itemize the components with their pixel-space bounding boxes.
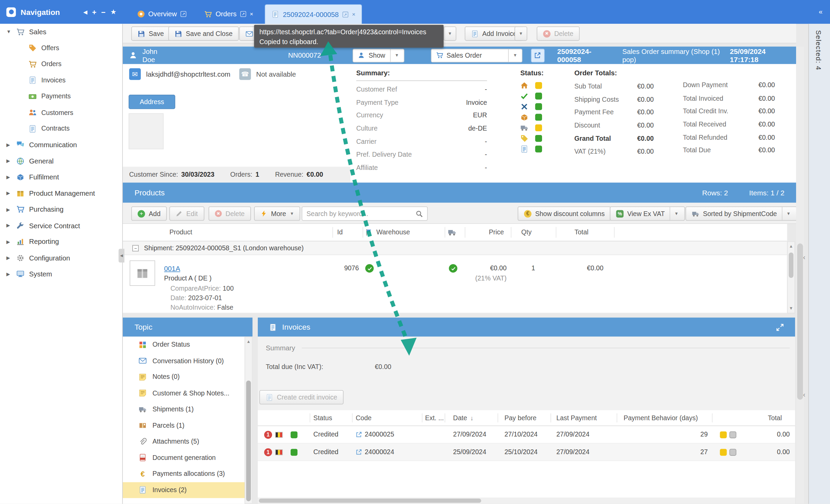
panel-resize-chevron-icon[interactable]: ‹ xyxy=(803,253,805,261)
sidebar-item-fulfilment[interactable]: ▶Fulfilment xyxy=(0,169,122,186)
expand-icon[interactable] xyxy=(776,323,784,331)
show-discount-columns-button[interactable]: €Show discount columns xyxy=(518,207,611,221)
column-header-total[interactable]: Total xyxy=(713,410,787,425)
topic-item-parcels[interactable]: Parcels (1) xyxy=(123,418,252,434)
collapse-group-icon[interactable]: − xyxy=(132,245,139,251)
product-add-button[interactable]: +Add xyxy=(131,207,167,221)
panel-resize-chevron-icon[interactable]: ‹ xyxy=(803,391,805,399)
column-header-ext[interactable]: Ext. ... xyxy=(425,410,444,425)
page-scrollbar[interactable] xyxy=(796,46,804,504)
scrollbar-thumb[interactable] xyxy=(789,252,793,278)
topic-item-payments-allocations[interactable]: €Payments allocations (3) xyxy=(123,466,252,482)
sorted-by-button[interactable]: Sorted by ShipmentCode▼ xyxy=(686,207,797,221)
sidebar-item-product-management[interactable]: ▶Product Management xyxy=(0,185,122,201)
sidebar-item-contracts[interactable]: Contracts xyxy=(0,121,122,137)
column-header-id[interactable]: Id xyxy=(337,224,343,241)
tab-order-25092024-000058[interactable]: 25092024-000058 ↗ × xyxy=(265,4,362,24)
invoice-code-cell[interactable]: 24000025 xyxy=(356,426,394,443)
save-button[interactable]: Save xyxy=(131,26,170,41)
column-header-price[interactable]: Price xyxy=(465,224,504,241)
sidebar-item-sales[interactable]: ▼Sales xyxy=(0,24,122,40)
topic-scrollbar[interactable]: ▲ xyxy=(245,337,252,504)
panel-collapse-chevron-icon[interactable]: « xyxy=(819,7,823,15)
shipment-group-row[interactable]: − Shipment: 25092024-000058_S1 (London w… xyxy=(123,241,787,255)
expand-arrow-icon[interactable]: ▶ xyxy=(6,271,12,277)
sidebar-item-offers[interactable]: Offers xyxy=(0,40,122,56)
tab-close-icon[interactable]: × xyxy=(250,11,253,17)
product-code-link[interactable]: 001A xyxy=(164,265,180,272)
show-button[interactable]: Show ▼ xyxy=(353,49,404,62)
view-ex-vat-button[interactable]: %View Ex VAT▼ xyxy=(610,207,685,221)
invoice-code-cell[interactable]: 24000024 xyxy=(356,444,394,461)
add-invoice-caret-button[interactable]: ▼ xyxy=(515,26,527,41)
topic-item-order-status[interactable]: Order Status xyxy=(123,337,252,353)
scroll-up-icon[interactable]: ▲ xyxy=(245,339,252,344)
sidebar-splitter-handle[interactable]: ◀ xyxy=(119,249,124,263)
product-row[interactable]: 001A Product A ( DE ) CompareAtPrice: 10… xyxy=(123,255,787,313)
topic-item-shipments[interactable]: Shipments (1) xyxy=(123,401,252,418)
address-button[interactable]: Address xyxy=(129,95,175,109)
sidebar-item-purchasing[interactable]: ▶Purchasing xyxy=(0,201,122,218)
tab-orders[interactable]: Orders ↗ × xyxy=(198,4,259,24)
detach-tab-icon[interactable]: ↗ xyxy=(343,12,348,17)
topic-item-document-generation[interactable]: Document generation xyxy=(123,450,252,466)
customer-email[interactable]: laksjdhdf@shopctrltest.com xyxy=(146,70,230,78)
sidebar-item-reporting[interactable]: ▶Reporting xyxy=(0,234,122,250)
expand-arrow-icon[interactable]: ▶ xyxy=(6,239,12,245)
column-header-payment-behavior[interactable]: Payment Behavior (days) xyxy=(623,410,698,425)
collapse-arrow-icon[interactable]: ▼ xyxy=(6,29,12,35)
product-more-button[interactable]: More▼ xyxy=(254,207,300,221)
topic-item-attachments[interactable]: Attachments (5) xyxy=(123,433,252,450)
expand-arrow-icon[interactable]: ▶ xyxy=(6,142,12,148)
sidebar-item-service-contract[interactable]: ▶Service Contract xyxy=(0,217,122,234)
products-search-input[interactable] xyxy=(307,207,416,220)
scrollbar-thumb[interactable] xyxy=(259,499,481,503)
column-header-warehouse[interactable]: Warehouse xyxy=(365,224,410,241)
nav-favorite-icon[interactable]: ★ xyxy=(110,8,116,16)
tab-overview[interactable]: Overview ↗ xyxy=(131,4,193,24)
scroll-up-icon[interactable]: ▲ xyxy=(788,244,794,249)
tab-close-icon[interactable]: × xyxy=(352,12,355,17)
column-header-date[interactable]: Date↓ xyxy=(453,410,474,425)
column-header-pay-before[interactable]: Pay before xyxy=(504,410,536,425)
nav-collapse-icon[interactable]: − xyxy=(101,8,105,16)
invoices-horizontal-scrollbar[interactable] xyxy=(258,498,795,504)
topic-item-customer-shop-notes[interactable]: Customer & Shop Notes... xyxy=(123,385,252,401)
sidebar-item-invoices[interactable]: Invoices xyxy=(0,72,122,89)
expand-arrow-icon[interactable]: ▶ xyxy=(6,191,12,196)
topic-item-conversation-history[interactable]: Conversation History (0) xyxy=(123,353,252,369)
right-collapsed-panel[interactable]: Selected: 4 xyxy=(808,24,830,504)
sidebar-item-general[interactable]: ▶General xyxy=(0,153,122,169)
detach-tab-icon[interactable]: ↗ xyxy=(180,11,186,17)
products-scrollbar[interactable]: ▲ ▼ xyxy=(787,241,795,313)
email-button-caret[interactable]: ▼ xyxy=(444,26,456,41)
products-search-box[interactable] xyxy=(302,207,428,221)
column-header-product[interactable]: Product xyxy=(169,224,192,241)
create-credit-invoice-button[interactable]: Create credit invoice xyxy=(259,390,344,404)
detach-tab-icon[interactable]: ↗ xyxy=(240,11,246,17)
sidebar-item-customers[interactable]: Customers xyxy=(0,104,122,121)
topic-item-notes[interactable]: Notes (0) xyxy=(123,369,252,385)
expand-arrow-icon[interactable]: ▶ xyxy=(6,175,12,180)
sidebar-item-payments[interactable]: Payments xyxy=(0,89,122,105)
order-type-select[interactable]: Sales Order ▼ xyxy=(431,49,523,62)
scroll-down-icon[interactable]: ▼ xyxy=(788,306,794,311)
product-thumbnail[interactable] xyxy=(130,260,155,286)
expand-arrow-icon[interactable]: ▶ xyxy=(6,207,12,212)
sidebar-item-communication[interactable]: ▶Communication xyxy=(0,137,122,153)
product-delete-button[interactable]: ✖Delete xyxy=(209,207,251,221)
sidebar-item-orders[interactable]: Orders xyxy=(0,56,122,72)
column-header-status[interactable]: Status xyxy=(313,410,332,425)
scrollbar-thumb[interactable] xyxy=(246,381,251,501)
column-header-total[interactable]: Total xyxy=(556,224,607,241)
search-icon[interactable] xyxy=(416,210,423,217)
column-header-code[interactable]: Code xyxy=(356,410,372,425)
expand-arrow-icon[interactable]: ▶ xyxy=(6,158,12,164)
scrollbar-thumb[interactable] xyxy=(797,244,803,400)
copy-link-button[interactable] xyxy=(531,49,545,62)
product-edit-button[interactable]: Edit xyxy=(169,207,204,221)
expand-arrow-icon[interactable]: ▶ xyxy=(6,223,12,228)
nav-back-icon[interactable]: ◀ xyxy=(83,9,87,15)
delete-button[interactable]: ✖Delete xyxy=(537,26,580,41)
save-and-close-button[interactable]: Save and Close xyxy=(168,26,239,41)
